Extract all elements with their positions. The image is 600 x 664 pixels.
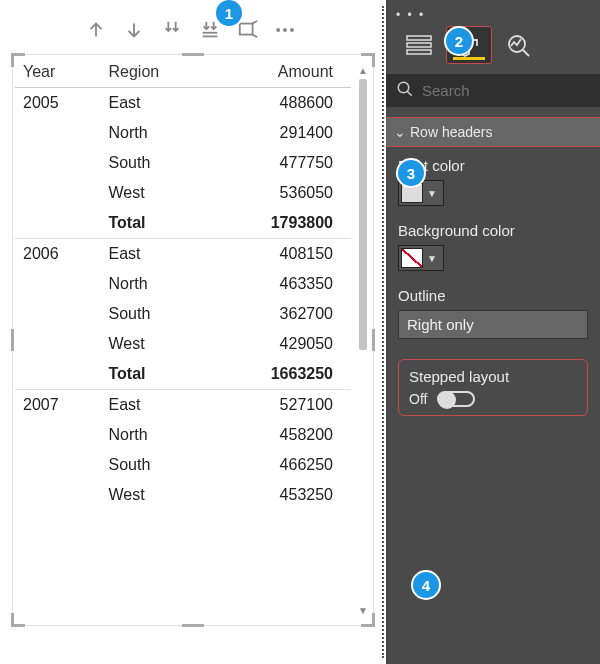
cell-region: North bbox=[101, 118, 211, 148]
cell-region: East bbox=[101, 239, 211, 270]
caret-down-icon: ▼ bbox=[427, 188, 437, 199]
cell-amount: 429050 bbox=[210, 329, 351, 359]
table-row[interactable]: West536050 bbox=[15, 178, 351, 208]
matrix-visual[interactable]: Year Region Amount 2005East488600North29… bbox=[12, 54, 374, 626]
bg-color-label: Background color bbox=[398, 222, 588, 239]
cell-amount: 527100 bbox=[210, 390, 351, 421]
search-input[interactable] bbox=[422, 82, 590, 99]
cell-amount: 408150 bbox=[210, 239, 351, 270]
visual-toolbar: ••• bbox=[0, 10, 382, 50]
cell-year bbox=[15, 118, 101, 148]
cell-year: 2005 bbox=[15, 88, 101, 119]
table-row[interactable]: West453250 bbox=[15, 480, 351, 510]
col-header-year[interactable]: Year bbox=[15, 57, 101, 88]
vertical-scrollbar[interactable]: ▲ ▼ bbox=[356, 63, 370, 617]
outline-select[interactable]: Right only bbox=[398, 310, 588, 339]
matrix-table: Year Region Amount 2005East488600North29… bbox=[15, 57, 351, 510]
cell-year bbox=[15, 329, 101, 359]
cell-amount: 466250 bbox=[210, 450, 351, 480]
cell-region: Total bbox=[101, 208, 211, 239]
cell-region: Total bbox=[101, 359, 211, 390]
callout-badge-3: 3 bbox=[398, 160, 424, 186]
drill-up-icon[interactable] bbox=[84, 18, 108, 42]
pane-grip-icon[interactable]: • • • bbox=[396, 8, 590, 22]
drill-down-icon[interactable] bbox=[122, 18, 146, 42]
table-row[interactable]: Total1793800 bbox=[15, 208, 351, 239]
cell-region: North bbox=[101, 269, 211, 299]
expand-next-level-icon[interactable] bbox=[160, 18, 184, 42]
cell-region: West bbox=[101, 480, 211, 510]
cell-year: 2007 bbox=[15, 390, 101, 421]
stepped-layout-toggle[interactable] bbox=[437, 391, 475, 407]
cell-year bbox=[15, 178, 101, 208]
font-color-label: Font color bbox=[398, 157, 588, 174]
cell-year bbox=[15, 269, 101, 299]
scroll-down-icon[interactable]: ▼ bbox=[356, 603, 370, 617]
cell-year bbox=[15, 420, 101, 450]
cell-region: South bbox=[101, 148, 211, 178]
cell-amount: 291400 bbox=[210, 118, 351, 148]
table-row[interactable]: 2005East488600 bbox=[15, 88, 351, 119]
cell-region: South bbox=[101, 450, 211, 480]
cell-region: North bbox=[101, 420, 211, 450]
cell-amount: 488600 bbox=[210, 88, 351, 119]
cell-amount: 458200 bbox=[210, 420, 351, 450]
table-row[interactable]: South466250 bbox=[15, 450, 351, 480]
cell-year: 2006 bbox=[15, 239, 101, 270]
cell-amount: 453250 bbox=[210, 480, 351, 510]
cell-amount: 477750 bbox=[210, 148, 351, 178]
prop-outline: Outline Right only bbox=[398, 287, 588, 339]
cell-region: West bbox=[101, 329, 211, 359]
table-row[interactable]: West429050 bbox=[15, 329, 351, 359]
scroll-up-icon[interactable]: ▲ bbox=[356, 63, 370, 77]
svg-rect-3 bbox=[407, 50, 431, 54]
callout-badge-4: 4 bbox=[413, 572, 439, 598]
table-row[interactable]: South362700 bbox=[15, 299, 351, 329]
table-row[interactable]: 2007East527100 bbox=[15, 390, 351, 421]
stepped-layout-state: Off bbox=[409, 391, 427, 407]
scroll-thumb[interactable] bbox=[359, 79, 367, 350]
callout-badge-2: 2 bbox=[446, 28, 472, 54]
more-options-icon[interactable]: ••• bbox=[274, 18, 298, 42]
svg-rect-1 bbox=[407, 36, 431, 40]
cell-amount: 536050 bbox=[210, 178, 351, 208]
caret-down-icon: ▼ bbox=[427, 253, 437, 264]
cell-year bbox=[15, 480, 101, 510]
tab-fields[interactable] bbox=[396, 26, 442, 64]
search-row bbox=[386, 74, 600, 107]
col-header-region[interactable]: Region bbox=[101, 57, 211, 88]
cell-amount: 1663250 bbox=[210, 359, 351, 390]
prop-background-color: Background color ▼ bbox=[398, 222, 588, 271]
cell-amount: 362700 bbox=[210, 299, 351, 329]
tab-analytics[interactable] bbox=[496, 26, 542, 64]
table-row[interactable]: Total1663250 bbox=[15, 359, 351, 390]
visual-area: ••• Year Region Amount 2005East488600Nor… bbox=[0, 0, 382, 664]
cell-year bbox=[15, 359, 101, 390]
table-row[interactable]: North458200 bbox=[15, 420, 351, 450]
table-row[interactable]: North463350 bbox=[15, 269, 351, 299]
table-row[interactable]: 2006East408150 bbox=[15, 239, 351, 270]
table-row[interactable]: North291400 bbox=[15, 118, 351, 148]
cell-region: East bbox=[101, 88, 211, 119]
cell-region: East bbox=[101, 390, 211, 421]
svg-rect-0 bbox=[240, 24, 253, 35]
font-color-swatch bbox=[401, 183, 423, 203]
bg-color-picker[interactable]: ▼ bbox=[398, 245, 444, 271]
callout-badge-1: 1 bbox=[216, 0, 242, 26]
pane-tabs bbox=[396, 26, 590, 64]
cell-region: West bbox=[101, 178, 211, 208]
focus-mode-icon[interactable] bbox=[236, 18, 260, 42]
chevron-down-icon: ⌄ bbox=[394, 124, 406, 140]
stepped-layout-label: Stepped layout bbox=[409, 368, 577, 385]
col-header-amount[interactable]: Amount bbox=[210, 57, 351, 88]
svg-point-5 bbox=[398, 82, 409, 93]
format-pane: • • • ⌄ Row headers Font color bbox=[386, 0, 600, 664]
search-icon bbox=[396, 80, 414, 101]
section-row-headers[interactable]: ⌄ Row headers bbox=[386, 117, 600, 147]
svg-rect-2 bbox=[407, 43, 431, 47]
cell-amount: 463350 bbox=[210, 269, 351, 299]
cell-region: South bbox=[101, 299, 211, 329]
prop-font-color: Font color ▼ bbox=[398, 157, 588, 206]
cell-year bbox=[15, 299, 101, 329]
table-row[interactable]: South477750 bbox=[15, 148, 351, 178]
